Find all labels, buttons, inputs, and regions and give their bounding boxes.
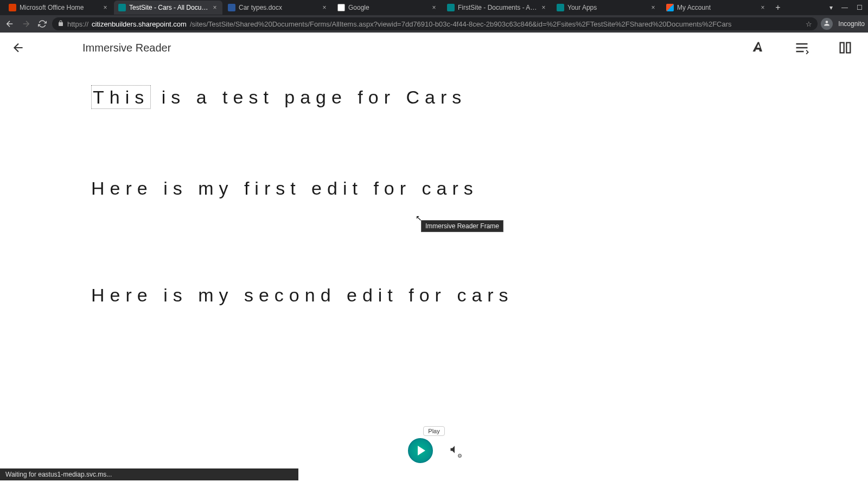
status-bar: Waiting for eastus1-mediap.svc.ms... [0,468,298,480]
close-icon[interactable]: × [321,4,328,11]
paragraph-2: Here is my second edit for cars [91,282,868,309]
tab-3[interactable]: Google × [333,1,442,15]
tab-title: Google [348,4,427,11]
reader-tools [748,37,859,59]
favicon-icon [9,4,16,11]
favicon-icon [666,4,674,11]
paragraph-text: Here is my first edit for cars [91,178,478,198]
new-tab-button[interactable]: + [771,1,784,14]
tab-2[interactable]: Car types.docx × [224,1,332,15]
minimize-button[interactable]: — [841,4,848,11]
browser-chrome: Microsoft Office Home × TestSite - Cars … [0,0,868,33]
url-path: /sites/TestSite/Shared%20Documents/Forms… [190,20,732,28]
grammar-options-button[interactable] [791,37,813,59]
tab-title: Microsoft Office Home [20,4,99,11]
paragraph-0: This is a test page for Cars [91,85,868,111]
play-tooltip: Play [423,426,444,436]
reader-header: Immersive Reader [0,33,868,63]
favicon-icon [447,4,455,11]
page-title: Immersive Reader [82,42,171,54]
close-icon[interactable]: × [760,4,766,11]
url-domain: citizenbuilders.sharepoint.com [92,20,187,28]
favicon-icon [118,4,126,11]
play-controls: Play [408,426,460,463]
play-icon [418,446,425,455]
maximize-button[interactable]: ☐ [857,4,863,11]
close-icon[interactable]: × [540,4,547,11]
tab-1[interactable]: TestSite - Cars - All Documents × [114,1,222,15]
tab-title: Your Apps [567,4,647,11]
back-button[interactable] [3,17,16,30]
tab-4[interactable]: FirstSite - Documents - All Docu… × [443,1,551,15]
reload-button[interactable] [36,17,49,30]
lock-icon [58,20,64,28]
tab-0[interactable]: Microsoft Office Home × [4,1,113,15]
tooltip: Immersive Reader Frame [421,220,503,232]
tab-title: FirstSite - Documents - All Docu… [458,4,537,11]
chevron-down-icon[interactable]: ▾ [829,4,833,11]
text-preferences-button[interactable] [748,37,769,59]
close-icon[interactable]: × [650,4,656,11]
favicon-icon [337,4,345,11]
tab-strip: Microsoft Office Home × TestSite - Cars … [0,0,868,15]
tab-title: Car types.docx [239,4,318,11]
tab-title: My Account [677,4,756,11]
bookmark-icon[interactable]: ☆ [806,20,812,28]
url-prefix: https:// [67,20,88,28]
address-row: https://citizenbuilders.sharepoint.com/s… [0,15,868,33]
reader-content: This is a test page for Cars Here is my … [0,63,868,309]
voice-settings-button[interactable] [449,444,460,458]
address-bar[interactable]: https://citizenbuilders.sharepoint.com/s… [52,17,818,30]
back-arrow-button[interactable] [9,38,28,57]
reading-preferences-button[interactable] [834,37,856,59]
close-icon[interactable]: × [431,4,437,11]
paragraph-1: Here is my first edit for cars [91,176,868,202]
avatar[interactable] [821,18,833,30]
paragraph-text: is a test page for Cars [151,87,467,107]
tab-6[interactable]: My Account × [662,1,770,15]
tab-title: TestSite - Cars - All Documents [129,4,208,11]
favicon-icon [228,4,235,11]
tab-5[interactable]: Your Apps × [552,1,661,15]
favicon-icon [557,4,564,11]
play-button[interactable] [408,438,433,463]
forward-button[interactable] [20,17,33,30]
close-icon[interactable]: × [102,4,108,11]
close-icon[interactable]: × [212,4,218,11]
paragraph-text: Here is my second edit for cars [91,285,514,305]
incognito-label: Incognito [838,20,865,28]
window-controls: ▾ — ☐ [824,4,868,11]
highlighted-word[interactable]: This [91,85,151,109]
